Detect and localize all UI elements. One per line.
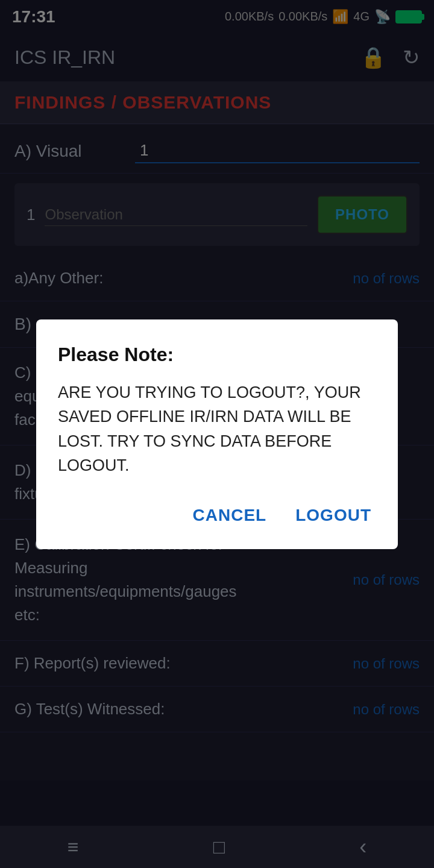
- modal-body: ARE YOU TRYING TO LOGOUT?, YOUR SAVED OF…: [58, 380, 376, 478]
- modal-overlay: Please Note: ARE YOU TRYING TO LOGOUT?, …: [0, 0, 434, 868]
- modal-actions: CANCEL LOGOUT: [58, 500, 376, 531]
- modal-dialog: Please Note: ARE YOU TRYING TO LOGOUT?, …: [36, 319, 398, 549]
- logout-button[interactable]: LOGOUT: [291, 500, 376, 531]
- cancel-button[interactable]: CANCEL: [188, 500, 272, 531]
- modal-title: Please Note:: [58, 344, 376, 366]
